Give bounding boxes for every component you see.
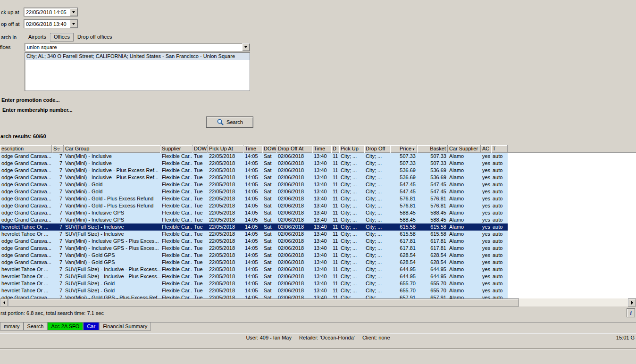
bottom-tab[interactable]: Financial Summary (99, 323, 151, 331)
grid-cell: Tue (192, 209, 208, 216)
grid-cell: 7 (52, 167, 64, 174)
column-header[interactable]: DOW (262, 145, 276, 153)
result-row[interactable]: odge Grand Carava...7Van(Mini) - GoldFle… (0, 188, 508, 195)
office-result-item[interactable]: City; AL; 340 O Farrell Street; CALIFORN… (25, 53, 250, 60)
grid-cell: yes (481, 287, 491, 294)
grid-cell: auto (491, 287, 508, 294)
grid-cell: auto (491, 273, 508, 280)
grid-cell: 13:40 (312, 160, 331, 167)
dropoff-dropdown-button[interactable] (70, 20, 77, 28)
column-header[interactable]: D (331, 145, 339, 153)
search-in-tab[interactable]: Airports (25, 33, 50, 41)
column-header[interactable]: Drop Off (364, 145, 390, 153)
office-results-listbox[interactable]: City; AL; 340 O Farrell Street; CALIFORN… (25, 52, 250, 91)
grid-cell: City; ... (339, 216, 364, 223)
column-header[interactable]: Pick Up (339, 145, 364, 153)
grid-cell: 7 (52, 181, 64, 188)
grid-cell: 14:05 (243, 202, 262, 209)
result-row[interactable]: odge Grand Carava...7Van(Mini) - GoldFle… (0, 181, 508, 188)
grid-cell: 13:40 (312, 188, 331, 195)
grid-cell: City; ... (339, 153, 364, 160)
offices-dropdown-button[interactable] (242, 43, 250, 51)
result-row[interactable]: odge Grand Carava...7Van(Mini) - Inclusi… (0, 209, 508, 216)
grid-cell: 14:05 (243, 259, 262, 266)
result-row[interactable]: odge Grand Carava...7Van(Mini) - Inclusi… (0, 174, 508, 181)
column-header[interactable]: Time (312, 145, 331, 153)
grid-cell: 644.95 (417, 266, 448, 273)
grid-cell: 14:05 (243, 287, 262, 294)
bottom-tab[interactable]: mmary (0, 323, 24, 331)
grid-cell: 22/05/2018 (208, 238, 243, 245)
grid-cell: City; ... (364, 216, 390, 223)
result-row[interactable]: odge Grand Carava...7Van(Mini) - Gold GP… (0, 252, 508, 259)
grid-cell: Flexible Car... (160, 195, 192, 202)
search-button[interactable]: Search (206, 116, 253, 128)
result-row[interactable]: odge Grand Carava...7Van(Mini) - Inclusi… (0, 167, 508, 174)
scrollbar-thumb[interactable] (8, 298, 519, 306)
grid-cell: odge Grand Carava... (0, 174, 52, 181)
column-header[interactable]: Drop Off At (276, 145, 312, 153)
search-in-tab[interactable]: Offices (50, 33, 74, 41)
grid-cell: 588.45 (417, 209, 448, 216)
result-row[interactable]: odge Grand Carava...7Van(Mini) - Gold - … (0, 195, 508, 202)
info-button[interactable]: i (627, 308, 635, 317)
result-row[interactable]: hevrolet Tahoe Or ...7SUV(Full Size) - G… (0, 287, 508, 294)
column-header[interactable]: escription (0, 145, 52, 153)
scroll-right-button[interactable] (628, 298, 636, 306)
grid-cell: 7 (52, 223, 64, 231)
column-header[interactable]: Pick Up At (208, 145, 243, 153)
grid-cell: 628.54 (390, 259, 417, 266)
column-header[interactable]: AC (481, 145, 491, 153)
grid-cell: 22/05/2018 (208, 153, 243, 160)
result-row[interactable]: odge Grand Carava...7Van(Mini) - Gold GP… (0, 294, 508, 298)
column-header-label: S (53, 146, 57, 151)
bottom-tab[interactable]: Search (24, 323, 48, 331)
column-header[interactable]: Supplier (160, 145, 192, 153)
pickup-datetime-combo[interactable]: 22/05/2018 14:05 (24, 8, 78, 17)
result-row[interactable]: odge Grand Carava...7Van(Mini) - Inclusi… (0, 153, 508, 160)
column-header[interactable]: Time (243, 145, 262, 153)
result-row[interactable]: hevrolet Tahoe Or ...7SUV(Full Size) - I… (0, 223, 508, 231)
column-header[interactable]: Car Supplier (448, 145, 481, 153)
result-row[interactable]: hevrolet Tahoe Or ...7SUV(Full Size) - G… (0, 280, 508, 287)
result-row[interactable]: hevrolet Tahoe Or ...7SUV(Full Size) - I… (0, 231, 508, 238)
search-in-tab[interactable]: Drop off offices (74, 33, 116, 41)
result-row[interactable]: odge Grand Carava...7Van(Mini) - Inclusi… (0, 245, 508, 252)
column-header[interactable]: DOW (192, 145, 208, 153)
grid-cell: Sat (262, 202, 276, 209)
grid-cell: Van(Mini) - Gold (64, 181, 160, 188)
grid-cell: Sat (262, 188, 276, 195)
result-row[interactable]: odge Grand Carava...7Van(Mini) - Gold GP… (0, 259, 508, 266)
grid-cell: 655.70 (417, 287, 448, 294)
grid-cell: 11 (331, 231, 339, 238)
column-header[interactable]: S▽ (52, 145, 64, 153)
grid-cell: 7 (52, 216, 64, 223)
grid-cell: 628.54 (390, 252, 417, 259)
pickup-at-label: ck up at (1, 9, 19, 15)
result-row[interactable]: odge Grand Carava...7Van(Mini) - Inclusi… (0, 238, 508, 245)
pickup-dropdown-button[interactable] (70, 8, 77, 16)
result-row[interactable]: hevrolet Tahoe Or ...7SUV(Full Size) - I… (0, 273, 508, 280)
grid-cell: 02/06/2018 (276, 153, 312, 160)
column-header[interactable]: Car Group (64, 145, 160, 153)
membership-number-link[interactable]: Enter membership number... (2, 107, 73, 113)
promotion-code-link[interactable]: Enter promotion code... (1, 97, 59, 103)
result-row[interactable]: odge Grand Carava...7Van(Mini) - Inclusi… (0, 160, 508, 167)
bottom-tab[interactable]: Acc 2A SFO (47, 323, 83, 331)
dropoff-datetime-combo[interactable]: 02/06/2018 13:40 (24, 19, 78, 28)
column-header[interactable]: Basket (417, 145, 448, 153)
result-row[interactable]: odge Grand Carava...7Van(Mini) - Inclusi… (0, 216, 508, 223)
column-header[interactable]: T (491, 145, 508, 153)
grid-cell: yes (481, 174, 491, 181)
bottom-tab[interactable]: Car (83, 323, 99, 331)
offices-combo[interactable]: union square (25, 43, 250, 51)
grid-cell: City; ... (339, 202, 364, 209)
grid-cell: auto (491, 202, 508, 209)
column-header[interactable]: Price▼ (390, 145, 417, 153)
result-row[interactable]: odge Grand Carava...7Van(Mini) - Gold - … (0, 202, 508, 209)
grid-cell: Van(Mini) - Inclusive (64, 160, 160, 167)
scroll-left-button[interactable] (0, 298, 8, 306)
grid-cell: yes (481, 167, 491, 174)
result-row[interactable]: hevrolet Tahoe Or ...7SUV(Full Size) - I… (0, 266, 508, 273)
horizontal-scrollbar[interactable] (0, 298, 636, 306)
